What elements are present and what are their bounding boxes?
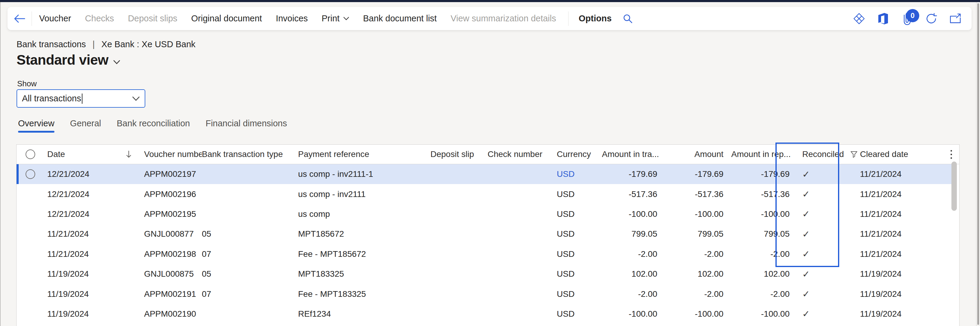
cell-amount-in-reporting[interactable]: -2.00	[731, 289, 797, 299]
cell-amount[interactable]: -100.00	[665, 309, 731, 319]
cell-amount-in-transaction[interactable]: 102.00	[602, 269, 665, 279]
cell-amount-in-transaction[interactable]: -2.00	[602, 289, 665, 299]
cell-bank-transaction-type[interactable]: 07	[202, 289, 298, 299]
table-row[interactable]: 12/21/2024 APPM002197 us comp - inv2111-…	[16, 164, 951, 184]
cell-voucher-number[interactable]: APPM002196	[144, 189, 202, 199]
cell-amount-in-transaction[interactable]: -100.00	[602, 209, 665, 219]
cell-reconciled[interactable]: ✓	[797, 289, 858, 299]
table-row[interactable]: 11/19/2024 GNJL000875 05 MPT183325 USD 1…	[16, 264, 951, 284]
table-row[interactable]: 11/19/2024 APPM002191 07 Fee - MPT183325…	[16, 284, 951, 304]
menu-voucher[interactable]: Voucher	[39, 14, 71, 24]
col-header-currency[interactable]: Currency	[551, 149, 602, 159]
tab-overview[interactable]: Overview	[18, 118, 54, 133]
cell-currency[interactable]: USD	[551, 309, 602, 319]
cell-cleared-date[interactable]: 11/19/2024	[858, 269, 939, 279]
select-all-radio[interactable]	[16, 149, 44, 159]
cell-amount[interactable]: 799.05	[665, 229, 731, 239]
cell-amount-in-reporting[interactable]: -2.00	[731, 249, 797, 259]
cell-voucher-number[interactable]: APPM002197	[144, 169, 202, 179]
cell-reconciled[interactable]: ✓	[797, 169, 858, 180]
show-transactions-combobox[interactable]: All transactions	[16, 89, 145, 108]
cell-date[interactable]: 12/21/2024	[44, 189, 144, 199]
cell-payment-reference[interactable]: Fee - MPT183325	[298, 289, 430, 299]
cell-bank-transaction-type[interactable]: 05	[202, 229, 298, 239]
cell-date[interactable]: 12/21/2024	[44, 169, 144, 179]
cell-voucher-number[interactable]: GNJL000875	[144, 269, 202, 279]
grid-scrollbar-thumb[interactable]	[951, 162, 957, 211]
cell-amount[interactable]: -179.69	[665, 169, 731, 179]
cell-bank-transaction-type[interactable]: 05	[202, 269, 298, 279]
cell-voucher-number[interactable]: APPM002195	[144, 209, 202, 219]
cell-cleared-date[interactable]: 11/19/2024	[858, 289, 939, 299]
cell-amount-in-reporting[interactable]: -179.69	[731, 169, 797, 179]
cell-currency[interactable]: USD	[551, 269, 602, 279]
table-row[interactable]: 12/21/2024 APPM002196 us comp - inv2111 …	[16, 184, 951, 204]
cell-amount-in-reporting[interactable]: -100.00	[731, 309, 797, 319]
cell-amount-in-reporting[interactable]: 102.00	[731, 269, 797, 279]
office-icon[interactable]	[877, 13, 889, 25]
cell-amount-in-reporting[interactable]: 799.05	[731, 229, 797, 239]
cell-bank-transaction-type[interactable]: 07	[202, 249, 298, 259]
cell-cleared-date[interactable]: 11/21/2024	[858, 169, 939, 179]
tab-bank-reconciliation[interactable]: Bank reconciliation	[117, 118, 190, 133]
cell-payment-reference[interactable]: Fee - MPT185672	[298, 249, 430, 259]
page-scrollbar[interactable]	[976, 2, 980, 326]
col-header-payment-reference[interactable]: Payment reference	[298, 149, 430, 159]
table-row[interactable]: 12/21/2024 APPM002195 us comp USD -100.0…	[16, 204, 951, 224]
cell-amount-in-transaction[interactable]: 799.05	[602, 229, 665, 239]
tab-financial-dimensions[interactable]: Financial dimensions	[205, 118, 287, 133]
cell-currency[interactable]: USD	[551, 229, 602, 239]
row-radio[interactable]	[16, 309, 44, 319]
table-row[interactable]: 11/19/2024 APPM002190 REf1234 USD -100.0…	[16, 304, 951, 324]
cell-payment-reference[interactable]: us comp - inv2111	[298, 189, 430, 199]
dynamics-diamond-icon[interactable]	[853, 13, 865, 25]
cell-date[interactable]: 11/19/2024	[44, 289, 144, 299]
cell-reconciled[interactable]: ✓	[797, 209, 858, 219]
cell-currency[interactable]: USD	[551, 209, 602, 219]
cell-reconciled[interactable]: ✓	[797, 249, 858, 259]
cell-amount[interactable]: -517.36	[665, 189, 731, 199]
cell-payment-reference[interactable]: us comp - inv2111-1	[298, 169, 430, 179]
row-radio[interactable]	[16, 289, 44, 299]
cell-date[interactable]: 11/21/2024	[44, 249, 144, 259]
table-row[interactable]: 11/21/2024 GNJL000877 05 MPT185672 USD 7…	[16, 224, 951, 244]
cell-currency[interactable]: USD	[551, 249, 602, 259]
cell-date[interactable]: 11/19/2024	[44, 309, 144, 319]
cell-amount-in-transaction[interactable]: -179.69	[602, 169, 665, 179]
cell-cleared-date[interactable]: 11/19/2024	[858, 309, 939, 319]
row-radio[interactable]	[16, 209, 44, 219]
row-radio[interactable]	[16, 249, 44, 259]
col-header-amount-in-reporting[interactable]: Amount in rep...	[731, 149, 797, 159]
cell-cleared-date[interactable]: 11/21/2024	[858, 189, 939, 199]
col-header-check-number[interactable]: Check number	[488, 149, 551, 159]
cell-amount[interactable]: 102.00	[665, 269, 731, 279]
row-radio[interactable]	[16, 229, 44, 239]
filter-icon[interactable]	[850, 150, 858, 158]
cell-amount-in-transaction[interactable]: -100.00	[602, 309, 665, 319]
menu-bank-document-list[interactable]: Bank document list	[363, 14, 437, 24]
cell-amount[interactable]: -2.00	[665, 249, 731, 259]
back-button[interactable]	[8, 14, 32, 24]
cell-amount-in-reporting[interactable]: -100.00	[731, 209, 797, 219]
col-header-cleared-date[interactable]: Cleared date	[858, 149, 939, 159]
cell-reconciled[interactable]: ✓	[797, 269, 858, 279]
col-header-bank-transaction-type[interactable]: Bank transaction type	[202, 149, 298, 159]
cell-date[interactable]: 12/21/2024	[44, 209, 144, 219]
cell-date[interactable]: 11/21/2024	[44, 229, 144, 239]
cell-cleared-date[interactable]: 11/21/2024	[858, 229, 939, 239]
cell-currency[interactable]: USD	[551, 169, 602, 179]
options-button[interactable]: Options	[579, 14, 612, 24]
breadcrumb-record[interactable]: Xe Bank : Xe USD Bank	[101, 40, 196, 49]
col-header-deposit-slip[interactable]: Deposit slip	[430, 149, 488, 159]
search-icon[interactable]	[622, 13, 634, 25]
col-header-amount[interactable]: Amount	[665, 149, 731, 159]
menu-original-document[interactable]: Original document	[191, 14, 262, 24]
cell-voucher-number[interactable]: APPM002191	[144, 289, 202, 299]
col-header-voucher-number[interactable]: Voucher number	[144, 149, 202, 159]
cell-payment-reference[interactable]: MPT185672	[298, 229, 430, 239]
tab-general[interactable]: General	[70, 118, 101, 133]
chevron-down-icon[interactable]	[132, 96, 140, 101]
cell-payment-reference[interactable]: us comp	[298, 209, 430, 219]
cell-amount-in-transaction[interactable]: -2.00	[602, 249, 665, 259]
cell-amount[interactable]: -100.00	[665, 209, 731, 219]
